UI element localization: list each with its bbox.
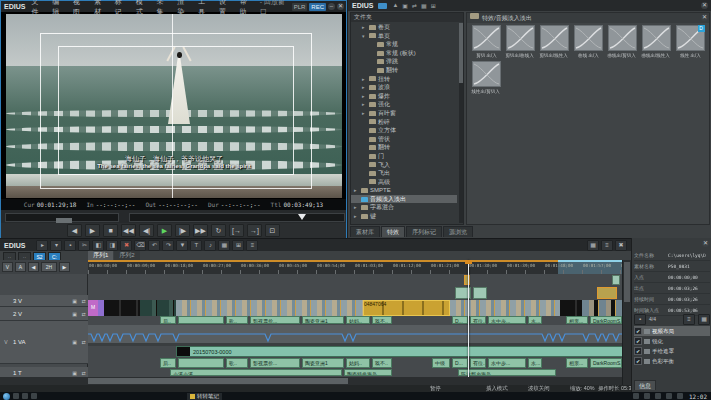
track-header-2v[interactable]: 2 V▣⇄ xyxy=(0,307,88,321)
window-control-icon[interactable]: ▦ xyxy=(587,240,599,251)
tray-icon[interactable] xyxy=(666,393,672,399)
clip[interactable] xyxy=(176,300,363,316)
clip[interactable]: 陶瓷亚洲1 xyxy=(302,316,344,324)
effect-item[interactable]: 曲线 出/入 xyxy=(571,25,605,58)
window-control-icon[interactable]: ≡ xyxy=(601,240,613,251)
rewind-button[interactable]: ◀◀ xyxy=(121,224,136,237)
taskbar-app-button[interactable]: 转转笔记 xyxy=(187,393,222,400)
track-panel-icon[interactable]: ▣ xyxy=(70,339,79,345)
tree-item[interactable]: 飞入 xyxy=(351,161,457,170)
video-mute-button[interactable]: V xyxy=(2,262,13,272)
prev-frame-button[interactable]: ◀| xyxy=(139,224,154,237)
play-button[interactable]: ▶ xyxy=(157,224,172,237)
track-content-1va-video[interactable]: M04847064 xyxy=(88,300,622,317)
clip[interactable]: 影视票价... xyxy=(250,316,300,324)
toolbar-icon[interactable]: ↶ xyxy=(148,240,160,251)
palette-tab-item[interactable]: 素材库 xyxy=(350,226,380,237)
clip[interactable]: 中级 xyxy=(432,358,450,368)
next-track-button[interactable]: ▶ xyxy=(59,262,70,272)
clip[interactable]: 陈达郡乡海岛 xyxy=(458,369,556,376)
tree-item[interactable]: ▸卷页 xyxy=(351,23,457,32)
toolbar-icon[interactable]: ✖ xyxy=(120,240,132,251)
palette-toolbar-icon[interactable]: ▣ xyxy=(402,2,408,9)
sync-lock-icon[interactable]: ⇄ xyxy=(79,339,88,345)
clip[interactable] xyxy=(104,300,140,316)
tree-item[interactable]: ▸SMPTE xyxy=(351,186,457,195)
goto-in-button[interactable]: [→ xyxy=(229,224,244,237)
tray-icon[interactable] xyxy=(644,393,650,399)
clip[interactable]: 陶瓷特色海岛 xyxy=(344,369,392,376)
expand-arrow-icon[interactable]: ▸ xyxy=(362,109,367,118)
palette-tab-active[interactable]: 特效 xyxy=(381,226,405,237)
loop-button[interactable]: ↻ xyxy=(211,224,226,237)
tray-icon[interactable] xyxy=(677,393,683,399)
clip[interactable] xyxy=(178,316,224,324)
applied-filter-row[interactable]: ✔视频布局 xyxy=(634,326,710,336)
clip[interactable]: 小溪小溪 xyxy=(170,369,342,376)
tree-item[interactable]: ▸爆炸 xyxy=(351,92,457,101)
taskbar-app-icon[interactable] xyxy=(13,393,19,399)
clip[interactable] xyxy=(597,287,617,299)
clip[interactable]: 水中步... xyxy=(488,358,526,368)
close-icon[interactable]: ✕ xyxy=(337,3,344,10)
prev-track-button[interactable]: ◀ xyxy=(28,262,39,272)
start-button[interactable] xyxy=(3,393,10,400)
toolbar-icon[interactable]: ♪ xyxy=(204,240,216,251)
track-content-1va-waveform[interactable] xyxy=(88,325,622,344)
clip[interactable]: 姑妈.. xyxy=(346,316,370,324)
track-header-3v[interactable]: 3 V▣⇄ xyxy=(0,295,88,307)
list-view-icon[interactable]: ≡ xyxy=(683,314,695,325)
applied-filter-row[interactable]: ✔锐化 xyxy=(634,336,710,346)
tree-item[interactable]: 常规 xyxy=(351,40,457,49)
palette-toolbar-icon[interactable]: ⇄ xyxy=(412,2,417,9)
clip[interactable] xyxy=(178,358,224,368)
filter-checkbox[interactable]: ✔ xyxy=(634,347,642,355)
toolbar-icon[interactable]: ⊞ xyxy=(232,240,244,251)
clip[interactable]: 姑妈.. xyxy=(346,358,370,368)
track-panel-icon[interactable]: ▣ xyxy=(70,298,79,304)
effect-item[interactable]: 线性出/剪切入 xyxy=(469,61,503,94)
tree-item[interactable]: 高级 xyxy=(351,178,457,187)
filter-checkbox[interactable]: ✔ xyxy=(634,357,642,365)
tree-item[interactable]: ▸百叶窗 xyxy=(351,109,457,118)
clip[interactable]: 有位... xyxy=(470,316,486,324)
clip[interactable]: M xyxy=(88,300,98,316)
expand-arrow-icon[interactable]: ▸ xyxy=(362,100,367,109)
clip[interactable] xyxy=(464,275,470,285)
tree-item[interactable]: ▸键 xyxy=(351,212,457,221)
clip[interactable]: 戏不.. xyxy=(372,316,392,324)
audio-mute-button[interactable]: A xyxy=(15,262,26,272)
track-route-label[interactable]: V xyxy=(0,339,12,345)
tree-item[interactable]: 音频淡入淡出 xyxy=(351,195,457,204)
scrollbar-thumb[interactable] xyxy=(88,378,348,384)
grid-view-icon[interactable]: ▦ xyxy=(698,314,710,325)
mark-in-button[interactable]: ◀ xyxy=(67,224,82,237)
clip[interactable] xyxy=(450,300,560,316)
toolbar-icon[interactable]: ✂ xyxy=(78,240,90,251)
plr-mode-button[interactable]: PLR xyxy=(292,3,308,11)
sequence-tab[interactable]: 序列1 xyxy=(88,251,113,260)
clip[interactable] xyxy=(560,300,582,316)
applied-filter-row[interactable]: ✔色彩平衡 xyxy=(634,356,710,366)
clip[interactable]: 歌.. xyxy=(226,316,248,324)
toolbar-icon[interactable]: ▪ xyxy=(64,240,76,251)
shuttle-slider[interactable] xyxy=(5,213,119,222)
clip[interactable]: 歌.. xyxy=(226,358,248,368)
mark-out-button[interactable]: ▶ xyxy=(85,224,100,237)
rec-mode-button[interactable]: REC xyxy=(309,3,326,11)
clip[interactable]: 水... xyxy=(528,316,542,324)
toolbar-icon[interactable]: ▦ xyxy=(218,240,230,251)
tray-icon[interactable] xyxy=(655,393,661,399)
palette-tab-item[interactable]: 序列标记 xyxy=(406,226,442,237)
clip[interactable]: D... xyxy=(452,358,468,368)
palette-toolbar-icon[interactable]: ▦ xyxy=(421,2,427,9)
clip[interactable]: DarkRoomS... xyxy=(590,316,622,324)
expand-arrow-icon[interactable]: ▸ xyxy=(362,75,367,84)
expand-arrow-icon[interactable]: ▾ xyxy=(362,32,367,41)
scrollbar-thumb[interactable] xyxy=(459,23,463,83)
expand-arrow-icon[interactable]: ▸ xyxy=(354,203,359,212)
toolbar-icon[interactable]: ▾ xyxy=(50,240,62,251)
tree-item[interactable]: ▸波浪 xyxy=(351,83,457,92)
effect-item[interactable]: 剪切出/曲线入 xyxy=(503,25,537,58)
effect-item[interactable]: 曲线出/线性入 xyxy=(639,25,673,58)
